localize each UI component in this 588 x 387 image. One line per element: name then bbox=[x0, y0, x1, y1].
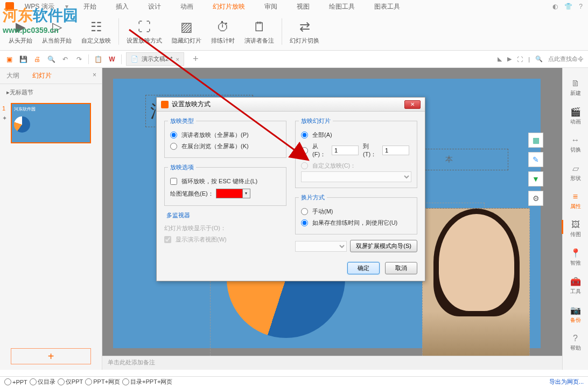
radio-kiosk[interactable]: 在展台浏览（全屏幕）(K) bbox=[170, 141, 281, 152]
app-icon bbox=[5, 2, 14, 11]
ribbon-from-current[interactable]: ▷从当前开始 bbox=[38, 15, 76, 48]
print-icon[interactable]: 🖨 bbox=[32, 54, 42, 64]
thumb-pie-icon bbox=[14, 116, 30, 133]
setup-show-dialog: 设置放映方式 ✕ 放映类型 演讲者放映（全屏幕）(P) 在展台浏览（全屏幕）(K… bbox=[156, 97, 425, 281]
float-tool-layout[interactable]: ▦ bbox=[528, 133, 543, 148]
radio-range-slides[interactable]: 从(F)： 到(T)： bbox=[301, 141, 411, 160]
right-tools[interactable]: 🧰工具 bbox=[570, 277, 581, 295]
menu-chart-tools[interactable]: 图表工具 bbox=[370, 2, 404, 11]
right-panel: 🗎新建 🎬动画 ↔切换 ▱形状 ≡属性 🖼传图 📍智推 🧰工具 📷备份 ?帮助 bbox=[562, 68, 588, 370]
ok-button[interactable]: 确定 bbox=[347, 262, 380, 274]
menu-view[interactable]: 视图 bbox=[292, 2, 314, 11]
tab-close-icon[interactable]: × bbox=[176, 56, 179, 63]
globe-icon[interactable]: ◐ bbox=[552, 3, 558, 10]
redo-icon[interactable]: ↷ bbox=[74, 54, 84, 64]
pen-color-picker[interactable]: ▾ bbox=[216, 189, 250, 198]
nav-expand-icon[interactable]: ⛶ bbox=[517, 56, 523, 63]
dual-screen-wizard-button[interactable]: 双屏扩展模式向导(S) bbox=[350, 240, 417, 252]
float-tool-edit[interactable]: ✎ bbox=[528, 152, 543, 167]
monitor-select bbox=[295, 241, 347, 252]
menu-slideshow[interactable]: 幻灯片放映 bbox=[208, 2, 249, 11]
menu-review[interactable]: 审阅 bbox=[260, 2, 282, 11]
slide-star-icon: ✦ bbox=[2, 115, 7, 122]
right-properties[interactable]: ≡属性 bbox=[570, 192, 581, 210]
ribbon-rehearse[interactable]: ⏱排练计时 bbox=[207, 15, 239, 48]
color-dropdown-icon[interactable]: ▾ bbox=[242, 189, 250, 198]
doc-icon: 📄 bbox=[131, 56, 138, 63]
pen-color-row: 绘图笔颜色(E)： ▾ bbox=[170, 187, 281, 200]
document-tab[interactable]: 📄 演示文稿2 * × bbox=[126, 52, 184, 66]
ribbon-setup-show[interactable]: ⛶设置放映方式 bbox=[122, 15, 166, 48]
menu-animation[interactable]: 动画 bbox=[176, 2, 198, 11]
nav-up-icon[interactable]: ◣ bbox=[498, 56, 502, 63]
right-new[interactable]: 🗎新建 bbox=[570, 79, 581, 97]
qat-app-icon[interactable]: ▣ bbox=[4, 54, 14, 64]
ribbon-slide-switch[interactable]: ⇄幻灯片切换 bbox=[285, 15, 324, 48]
check-presenter-view: 显示演示者视图(W) bbox=[164, 234, 286, 245]
opt-toc-only[interactable]: 仅目录 bbox=[30, 378, 55, 386]
section-title[interactable]: ▸无标题节 bbox=[0, 84, 102, 101]
color-swatch bbox=[216, 189, 242, 198]
opt-ppt-web[interactable]: PPT+网页 bbox=[85, 378, 120, 386]
right-transition[interactable]: ↔切换 bbox=[570, 135, 581, 154]
float-tool-settings[interactable]: ⚙ bbox=[528, 191, 543, 206]
ribbon-hide-slide[interactable]: ▨隐藏幻灯片 bbox=[167, 15, 206, 48]
from-input[interactable] bbox=[332, 146, 359, 155]
right-animation[interactable]: 🎬动画 bbox=[570, 107, 581, 126]
ribbon-custom-show[interactable]: ☷自定义放映 bbox=[77, 15, 115, 48]
show-slides-fieldset: 放映幻灯片 全部(A) 从(F)： 到(T)： 自定义放映(C)： bbox=[295, 117, 417, 188]
monitors-fieldset: 多监视器 幻灯片放映显示于(O)： 显示演示者视图(W) bbox=[164, 211, 286, 245]
dialog-titlebar[interactable]: 设置放映方式 ✕ bbox=[157, 98, 425, 112]
sidebar-close-icon[interactable]: × bbox=[87, 68, 102, 84]
menu-design[interactable]: 设计 bbox=[144, 2, 165, 11]
add-slide-button[interactable]: + bbox=[11, 348, 91, 364]
tab-add-button[interactable]: + bbox=[193, 53, 199, 65]
custom-show-select[interactable] bbox=[301, 171, 411, 182]
ribbon-presenter-notes[interactable]: 🗒演讲者备注 bbox=[240, 15, 278, 48]
app-dropdown[interactable]: ▾ bbox=[65, 3, 68, 10]
slide-thumbnail-1[interactable]: 1 ✦ 河东软件园 bbox=[11, 103, 91, 143]
radio-timing[interactable]: 如果存在排练时间，则使用它(U) bbox=[301, 217, 411, 229]
radio-manual[interactable]: 手动(M) bbox=[301, 206, 411, 217]
menu-insert[interactable]: 插入 bbox=[111, 2, 133, 11]
sidebar-tab-outline[interactable]: 大纲 bbox=[0, 68, 26, 84]
cancel-button[interactable]: 取消 bbox=[385, 262, 417, 274]
ribbon: ▶从头开始 ▷从当前开始 ☷自定义放映 ⛶设置放映方式 ▨隐藏幻灯片 ⏱排练计时… bbox=[0, 13, 588, 51]
opt-ppt-only[interactable]: 仅PPT bbox=[58, 378, 83, 386]
dialog-close-button[interactable]: ✕ bbox=[404, 100, 421, 109]
opt-toc-ppt-web[interactable]: 目录+PPT+网页 bbox=[122, 378, 172, 386]
menu-start[interactable]: 开始 bbox=[79, 2, 101, 11]
check-loop[interactable]: 循环放映，按 ESC 键终止(L) bbox=[170, 176, 281, 187]
save-icon[interactable]: 💾 bbox=[18, 54, 28, 64]
wps-w-icon[interactable]: W bbox=[107, 54, 117, 64]
quick-access-toolbar: ▣ 💾 🖨 🔍 ↶ ↷ 📋 W 📄 演示文稿2 * × + ◣ ▶ ⛶ | 🔍 … bbox=[0, 51, 588, 68]
radio-custom-show: 自定义放映(C)： bbox=[301, 160, 411, 171]
preview-icon[interactable]: 🔍 bbox=[46, 54, 56, 64]
right-backup[interactable]: 📷备份 bbox=[570, 305, 581, 324]
to-input[interactable] bbox=[382, 146, 409, 155]
float-tool-filter[interactable]: ▼ bbox=[528, 171, 543, 186]
show-options-fieldset: 放映选项 循环放映，按 ESC 键终止(L) 绘图笔颜色(E)： ▾ bbox=[164, 163, 286, 206]
search-placeholder[interactable]: 点此查找命令 bbox=[548, 55, 584, 63]
clipboard-icon[interactable]: 📋 bbox=[93, 54, 103, 64]
right-shapes[interactable]: ▱形状 bbox=[570, 163, 581, 182]
help-icon[interactable]: ? bbox=[579, 3, 583, 10]
nav-down-icon[interactable]: ▶ bbox=[507, 56, 512, 63]
dialog-app-icon bbox=[161, 101, 169, 108]
radio-all-slides[interactable]: 全部(A) bbox=[301, 129, 411, 141]
radio-presenter[interactable]: 演讲者放映（全屏幕）(P) bbox=[170, 129, 281, 141]
right-help[interactable]: ?帮助 bbox=[570, 334, 581, 352]
right-recommend[interactable]: 📍智推 bbox=[570, 248, 581, 267]
right-upload[interactable]: 🖼传图 bbox=[570, 220, 581, 238]
menu-drawing-tools[interactable]: 绘图工具 bbox=[325, 2, 359, 11]
sidebar: 大纲 幻灯片 × ▸无标题节 1 ✦ 河东软件园 + bbox=[0, 68, 102, 370]
opt-ppt[interactable]: +PPT bbox=[4, 378, 27, 385]
export-web-link[interactable]: 导出为网页... bbox=[549, 378, 584, 386]
shirt-icon[interactable]: 👕 bbox=[564, 3, 572, 10]
notes-bar[interactable]: 单击此处添加备注 bbox=[102, 356, 562, 370]
photo-object[interactable] bbox=[422, 208, 530, 370]
sidebar-tab-slides[interactable]: 幻灯片 bbox=[26, 68, 58, 84]
ribbon-from-start[interactable]: ▶从头开始 bbox=[4, 15, 37, 48]
slide-number: 1 bbox=[2, 105, 5, 112]
undo-icon[interactable]: ↶ bbox=[60, 54, 70, 64]
